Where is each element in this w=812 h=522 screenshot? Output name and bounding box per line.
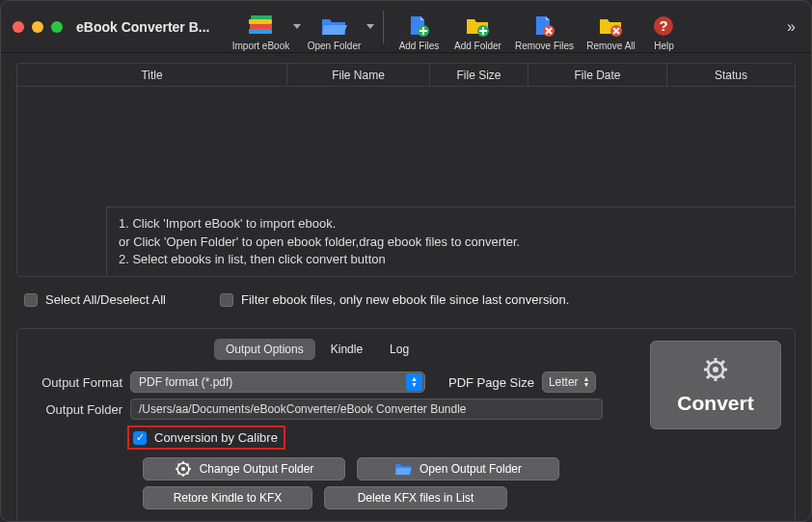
instruction-line: 2. Select ebooks in list, then click con…	[119, 251, 783, 268]
page-size-value: Letter	[549, 375, 579, 389]
open-folder-button[interactable]: Open Folder	[302, 3, 365, 51]
help-label: Help	[654, 41, 674, 51]
calibre-label: Conversion by Calibre	[154, 430, 278, 445]
calibre-checkbox[interactable]: ✓	[133, 431, 147, 445]
title-bar: eBook Converter B... Import eBook	[1, 1, 811, 53]
output-folder-value: /Users/aa/Documents/eBookConverter/eBook…	[139, 402, 467, 416]
svg-point-13	[713, 367, 718, 372]
tab-kindle[interactable]: Kindle	[319, 339, 374, 360]
instruction-line: or Click 'Open Folder' to open ebook fol…	[119, 234, 783, 251]
instruction-line: 1. Click 'Import eBook' to import ebook.	[119, 215, 783, 233]
col-title[interactable]: Title	[17, 64, 287, 86]
maximize-button[interactable]	[51, 21, 63, 33]
remove-files-button[interactable]: Remove Files	[509, 3, 579, 51]
folder-open-icon	[394, 460, 412, 478]
select-all-checkbox[interactable]	[24, 293, 38, 307]
delete-kfx-label: Delete KFX files in List	[358, 491, 474, 505]
change-output-folder-label: Change Output Folder	[200, 462, 314, 476]
svg-point-11	[181, 467, 185, 471]
options-panel: Output Options Kindle Log Output Format …	[16, 328, 796, 522]
tab-output-options[interactable]: Output Options	[214, 339, 315, 360]
remove-all-label: Remove All	[586, 41, 636, 51]
gear-icon	[702, 356, 729, 386]
select-arrows-icon: ▲▼	[580, 373, 593, 391]
delete-kfx-button[interactable]: Delete KFX files in List	[324, 486, 507, 509]
remove-files-label: Remove Files	[515, 41, 574, 51]
help-button[interactable]: ? Help	[642, 3, 685, 51]
folder-plus-icon	[464, 14, 491, 38]
open-output-folder-label: Open Output Folder	[420, 462, 522, 476]
file-remove-icon	[530, 14, 557, 38]
open-folder-dropdown-chevron[interactable]	[365, 24, 375, 30]
output-format-value: PDF format (*.pdf)	[139, 375, 232, 389]
convert-button[interactable]: Convert	[650, 341, 781, 429]
tab-bar: Output Options Kindle Log	[214, 339, 633, 360]
minimize-button[interactable]	[32, 21, 43, 33]
col-status[interactable]: Status	[667, 64, 795, 86]
toolbar-separator	[383, 11, 384, 43]
gear-icon	[175, 460, 192, 478]
open-folder-label: Open Folder	[308, 41, 362, 51]
import-ebook-button[interactable]: Import eBook	[229, 3, 292, 51]
output-folder-label: Output Folder	[31, 402, 122, 417]
toolbar: Import eBook Open Folder	[229, 3, 685, 51]
col-filename[interactable]: File Name	[287, 64, 430, 86]
open-output-folder-button[interactable]: Open Output Folder	[357, 457, 559, 481]
svg-rect-1	[250, 24, 272, 29]
svg-rect-3	[251, 15, 272, 19]
restore-kindle-button[interactable]: Retore Kindle to KFX	[143, 486, 312, 509]
select-all-checkbox-group[interactable]: Select All/Deselect All	[24, 292, 166, 307]
window-title: eBook Converter B...	[76, 19, 209, 35]
table-header-row: Title File Name File Size File Date Stat…	[17, 64, 795, 87]
remove-all-button[interactable]: Remove All	[579, 3, 642, 51]
select-all-label: Select All/Deselect All	[45, 292, 166, 307]
output-folder-input[interactable]: /Users/aa/Documents/eBookConverter/eBook…	[130, 398, 603, 420]
filter-checkbox[interactable]	[220, 293, 233, 307]
convert-label: Convert	[677, 392, 753, 415]
import-dropdown-chevron[interactable]	[292, 24, 302, 30]
output-format-select[interactable]: PDF format (*.pdf) ▲▼	[130, 371, 425, 393]
output-format-label: Output Format	[31, 375, 122, 390]
file-table: Title File Name File Size File Date Stat…	[16, 63, 796, 277]
table-body[interactable]: 1. Click 'Import eBook' to import ebook.…	[17, 87, 795, 276]
folder-remove-icon	[597, 14, 624, 38]
import-ebook-label: Import eBook	[232, 41, 289, 51]
add-folder-button[interactable]: Add Folder	[446, 3, 509, 51]
calibre-highlight: ✓ Conversion by Calibre	[127, 426, 285, 450]
folder-open-icon	[320, 14, 347, 38]
filter-checkbox-group[interactable]: Filter ebook files, only new ebook file …	[220, 292, 569, 307]
page-size-select[interactable]: Letter ▲▼	[542, 371, 596, 393]
add-files-button[interactable]: Add Files	[392, 3, 446, 51]
books-stack-icon	[247, 14, 274, 38]
add-folder-label: Add Folder	[454, 41, 501, 51]
change-output-folder-button[interactable]: Change Output Folder	[143, 457, 345, 481]
col-filesize[interactable]: File Size	[430, 64, 528, 86]
filter-label: Filter ebook files, only new ebook file …	[241, 292, 569, 307]
svg-rect-2	[249, 19, 272, 24]
page-size-label: PDF Page Size	[448, 375, 534, 390]
instructions-panel: 1. Click 'Import eBook' to import ebook.…	[106, 206, 795, 276]
file-plus-icon	[405, 14, 432, 38]
select-arrows-icon: ▲▼	[406, 373, 422, 391]
window-controls	[13, 21, 63, 33]
help-icon: ?	[650, 14, 677, 38]
add-files-label: Add Files	[399, 41, 440, 51]
toolbar-overflow[interactable]: »	[787, 18, 799, 36]
svg-text:?: ?	[660, 17, 668, 34]
tab-log[interactable]: Log	[378, 339, 420, 360]
col-filedate[interactable]: File Date	[528, 64, 667, 86]
restore-kindle-label: Retore Kindle to KFX	[174, 491, 283, 505]
svg-rect-0	[249, 29, 272, 34]
close-button[interactable]	[13, 21, 24, 33]
